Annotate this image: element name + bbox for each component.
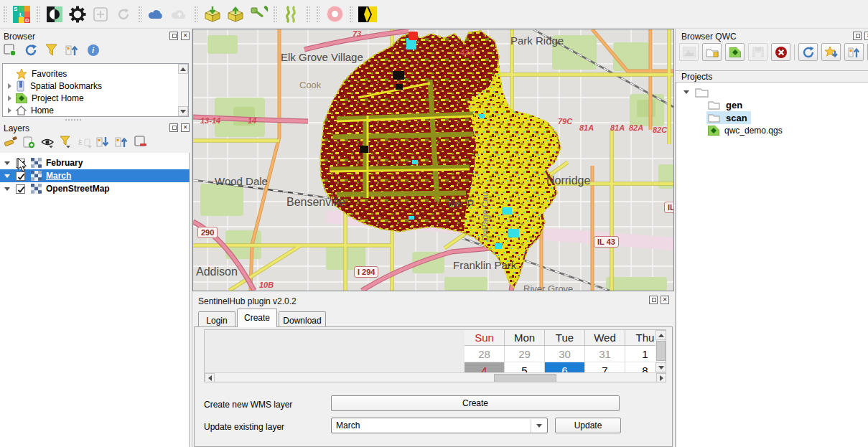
cloud-storage-icon[interactable] — [147, 5, 166, 24]
tab-download[interactable]: Download — [279, 311, 326, 327]
close-panel-button[interactable]: ✕ — [181, 32, 190, 40]
layer-effects-icon[interactable] — [45, 5, 64, 24]
svg-text:D: D — [25, 17, 29, 23]
sld-plugin-icon[interactable]: SLD — [12, 5, 31, 24]
toolbar-grip[interactable] — [194, 6, 198, 23]
new-folder-icon[interactable] — [702, 43, 722, 61]
float-panel-button[interactable] — [169, 32, 178, 40]
close-panel-button[interactable]: ✕ — [181, 123, 190, 132]
toolbar-grip[interactable] — [138, 6, 142, 23]
calendar-table[interactable]: Sun Mon Tue Wed Thu 28 29 30 31 1 4 — [465, 330, 655, 372]
expand-caret[interactable] — [8, 108, 11, 113]
layers-panel-title: Layers — [4, 123, 29, 133]
expand-caret[interactable] — [8, 83, 11, 89]
scroll-down-button[interactable] — [655, 362, 666, 372]
create-button[interactable]: Create — [331, 395, 620, 411]
scroll-right-button[interactable] — [656, 373, 666, 382]
calendar-widget[interactable]: Sun Mon Tue Wed Thu 28 29 30 31 1 4 — [204, 329, 666, 382]
calendar-date-cell-selected[interactable]: 6 — [545, 362, 585, 372]
repo-checkout-icon[interactable] — [203, 5, 222, 24]
add-layer-icon[interactable] — [3, 43, 17, 57]
svg-text:ε: ε — [78, 136, 83, 147]
calendar-date-cell[interactable]: 30 — [545, 346, 585, 362]
add-group-icon[interactable] — [22, 135, 36, 149]
float-panel-button[interactable] — [853, 32, 862, 40]
qwc-item-gen[interactable]: gen — [708, 98, 851, 111]
new-project-icon[interactable] — [725, 43, 745, 61]
update-button[interactable]: Update — [555, 418, 621, 433]
collapse-caret[interactable] — [4, 161, 10, 165]
qwc-item-scan[interactable]: scan — [706, 111, 751, 124]
manage-visibility-icon[interactable] — [40, 135, 55, 149]
calendar-date-cell[interactable]: 4 — [465, 362, 505, 372]
float-panel-button[interactable] — [169, 123, 178, 132]
scrollbar-thumb[interactable] — [656, 341, 666, 361]
scroll-up-button[interactable] — [178, 64, 188, 74]
refresh-icon[interactable] — [24, 43, 38, 57]
toolbar-grip[interactable] — [316, 6, 320, 23]
info-icon[interactable]: i — [86, 43, 101, 57]
qwc-root-folder[interactable] — [676, 85, 863, 98]
calendar-day-header: Sun — [465, 330, 505, 346]
collapse-caret[interactable] — [4, 174, 10, 178]
settings-gear-icon[interactable] — [68, 5, 87, 24]
calendar-date-cell[interactable]: 7 — [585, 362, 625, 372]
bookmark-icon — [16, 80, 26, 92]
scroll-left-button[interactable] — [205, 373, 215, 382]
close-panel-button[interactable]: ✕ — [864, 32, 868, 40]
collapse-caret[interactable] — [683, 90, 689, 94]
remove-layer-icon[interactable] — [134, 135, 148, 149]
expand-caret[interactable] — [8, 95, 11, 101]
saga-provider-icon[interactable] — [282, 5, 301, 24]
qwc-services-icon[interactable] — [358, 5, 377, 24]
map-canvas[interactable]: Elk Grove Village Park Ridge Wood Dale B… — [192, 29, 674, 291]
layer-select-dropdown[interactable]: March — [331, 418, 548, 433]
results-viewer-icon[interactable] — [325, 5, 344, 24]
browser-item-project-home[interactable]: Project Home — [4, 92, 177, 105]
calendar-date-cell[interactable]: 8 — [625, 362, 655, 372]
filter-icon[interactable] — [45, 43, 59, 57]
qwc-item-qwc-demo[interactable]: qwc_demo.qgs — [708, 124, 851, 137]
tab-create[interactable]: Create — [237, 309, 277, 327]
scrollbar-thumb[interactable] — [494, 374, 556, 382]
scrollbar-track[interactable] — [178, 74, 188, 106]
build-tools-icon[interactable] — [249, 5, 268, 24]
calendar-date-cell[interactable]: 28 — [465, 346, 505, 362]
browser-item-spatial-bookmarks[interactable]: Spatial Bookmarks — [4, 80, 177, 93]
layer-checkbox[interactable] — [16, 184, 25, 194]
calendar-date-cell[interactable]: 31 — [585, 346, 625, 362]
refresh-icon[interactable] — [798, 43, 818, 61]
toolbar-grip[interactable] — [3, 6, 7, 23]
qgis-window: SLD — [0, 0, 868, 447]
filter-legend-icon[interactable] — [59, 135, 73, 149]
repo-commit-icon[interactable] — [226, 5, 245, 24]
browser-window-buttons: ✕ — [169, 32, 190, 40]
tab-login[interactable]: Login — [198, 311, 235, 327]
calendar-date-cell[interactable]: 1 — [625, 346, 655, 362]
calendar-date-cell[interactable]: 5 — [505, 362, 545, 372]
browser-item-favorites[interactable]: Favorites — [4, 67, 177, 80]
delete-icon[interactable] — [771, 43, 790, 61]
toolbar-grip[interactable] — [306, 6, 310, 23]
toolbar-grip[interactable] — [36, 6, 40, 23]
import-project-icon[interactable] — [821, 43, 841, 61]
toolbar-grip[interactable] — [349, 6, 353, 23]
scroll-up-button[interactable] — [655, 330, 666, 340]
collapse-all-icon[interactable] — [844, 43, 864, 61]
float-panel-button[interactable] — [649, 296, 658, 304]
collapse-all-icon[interactable] — [115, 135, 129, 149]
toolbar-grip[interactable] — [273, 6, 277, 23]
calendar-date-cell[interactable]: 29 — [505, 346, 545, 362]
layer-styling-icon[interactable] — [3, 135, 17, 149]
calendar-vscrollbar[interactable] — [655, 330, 666, 372]
expand-all-icon[interactable] — [96, 135, 111, 149]
browser-item-home[interactable]: Home — [4, 104, 177, 117]
calendar-hscrollbar[interactable] — [205, 372, 666, 382]
close-panel-button[interactable]: ✕ — [661, 296, 669, 304]
layer-row-openstreetmap[interactable]: OpenStreetMap — [0, 182, 190, 195]
map-junction-label: 82C — [653, 126, 667, 134]
collapse-caret[interactable] — [4, 187, 10, 191]
collapse-all-icon[interactable] — [65, 43, 80, 57]
scroll-down-button[interactable] — [178, 106, 188, 116]
map-label-boundary: DuPage Cou — [480, 192, 490, 241]
